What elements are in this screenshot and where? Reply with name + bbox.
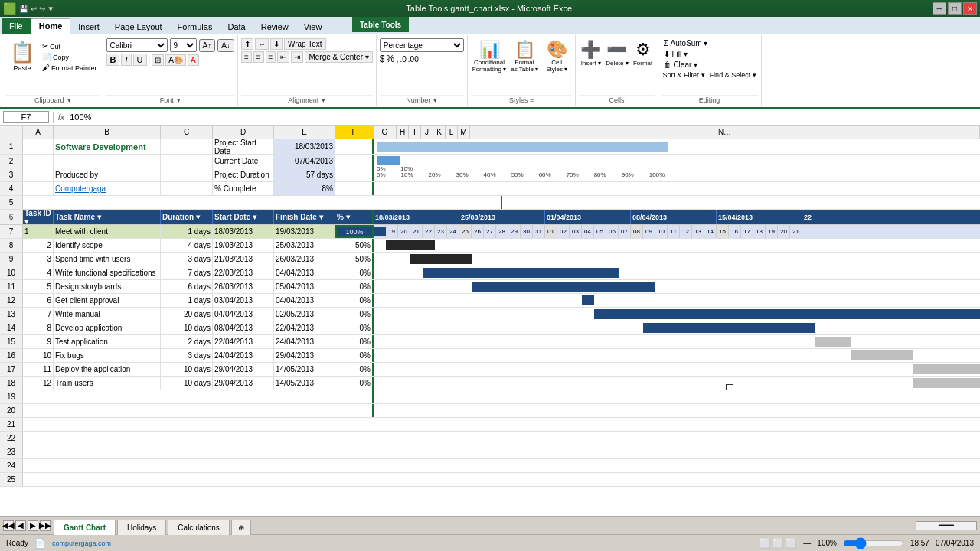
minimize-button[interactable]: ─: [933, 2, 946, 15]
sheet-tab-gantt[interactable]: Gantt Chart: [54, 520, 116, 535]
cell-D2[interactable]: Current Date: [213, 155, 274, 168]
col-header-N[interactable]: N…: [470, 126, 980, 139]
sheet-tab-calculations[interactable]: Calculations: [168, 520, 229, 535]
cell-C7[interactable]: 1 days: [161, 225, 213, 238]
align-right-button[interactable]: ≡: [266, 51, 276, 63]
sheet-nav-prev[interactable]: ◀: [15, 520, 26, 531]
header-start-date[interactable]: Start Date ▾: [213, 210, 274, 224]
col-header-J[interactable]: J: [421, 126, 433, 139]
col-header-L[interactable]: L: [446, 126, 458, 139]
decrease-indent-button[interactable]: ⇤: [277, 51, 289, 63]
cell-D4[interactable]: % Complete: [213, 182, 274, 195]
col-header-M[interactable]: M: [458, 126, 470, 139]
cell-E3[interactable]: 57 days: [274, 168, 335, 181]
insert-button[interactable]: ➕ Insert ▾: [579, 38, 603, 68]
row-num-5[interactable]: 5: [0, 196, 23, 209]
cell-D1[interactable]: Project Start Date: [213, 139, 274, 154]
increase-font-button[interactable]: A↑: [199, 39, 216, 52]
header-task-id[interactable]: Task ID ▾: [23, 210, 54, 224]
format-as-table-button[interactable]: 📋 Formatas Table ▾: [509, 38, 540, 75]
view-layout-icon[interactable]: ⬜: [773, 538, 784, 549]
row-num-4[interactable]: 4: [0, 182, 23, 195]
font-color-button[interactable]: A: [188, 54, 199, 66]
tab-data[interactable]: Data: [220, 20, 253, 34]
restore-button[interactable]: □: [948, 2, 962, 15]
sort-filter-button[interactable]: Sort & Filter ▾: [662, 70, 707, 80]
col-header-E[interactable]: E: [274, 126, 335, 139]
tab-formulas[interactable]: Formulas: [170, 20, 220, 34]
row-num-1[interactable]: 1: [0, 139, 23, 154]
paste-button[interactable]: 📋 Paste: [6, 38, 38, 74]
tab-home[interactable]: Home: [31, 18, 71, 34]
col-header-A[interactable]: A: [23, 126, 54, 139]
sheet-tab-holidays[interactable]: Holidays: [117, 520, 166, 535]
tab-page-layout[interactable]: Page Layout: [107, 20, 170, 34]
decrease-decimal-button[interactable]: .0: [400, 55, 406, 64]
tab-view[interactable]: View: [296, 20, 330, 34]
formula-input[interactable]: [67, 112, 977, 122]
cell-A1[interactable]: [23, 139, 54, 154]
conditional-formatting-button[interactable]: 📊 ConditionalFormatting ▾: [471, 38, 508, 75]
tab-review[interactable]: Review: [253, 20, 296, 34]
underline-button[interactable]: U: [133, 54, 147, 66]
col-header-D[interactable]: D: [213, 126, 274, 139]
cell-E7[interactable]: 19/03/2013: [274, 225, 335, 238]
accounting-button[interactable]: $: [380, 54, 385, 64]
col-header-K[interactable]: K: [433, 126, 446, 139]
header-finish-date[interactable]: Finish Date ▾: [274, 210, 335, 224]
clear-button[interactable]: 🗑 Clear ▾: [662, 60, 758, 70]
align-middle-button[interactable]: ↔: [255, 38, 269, 50]
increase-decimal-button[interactable]: .00: [408, 55, 419, 64]
autosum-button[interactable]: Σ AutoSum ▾: [662, 38, 758, 48]
align-left-button[interactable]: ≡: [241, 51, 252, 63]
fill-color-button[interactable]: A🎨: [165, 54, 186, 66]
bold-button[interactable]: B: [106, 54, 120, 66]
col-header-G[interactable]: G: [374, 126, 397, 139]
decrease-font-button[interactable]: A↓: [217, 39, 234, 52]
format-painter-button[interactable]: 🖌 Format Painter: [40, 63, 100, 73]
header-task-name[interactable]: Task Name ▾: [54, 210, 161, 224]
font-name-select[interactable]: Calibri: [106, 38, 168, 52]
delete-button[interactable]: ➖ Delete ▾: [604, 38, 629, 68]
close-button[interactable]: ✕: [963, 2, 977, 15]
cell-B3[interactable]: Produced by: [54, 168, 161, 181]
copy-button[interactable]: 📄 Copy: [40, 52, 100, 62]
col-header-C[interactable]: C: [161, 126, 213, 139]
col-header-I[interactable]: I: [409, 126, 421, 139]
tab-file[interactable]: File: [2, 18, 31, 34]
sheet-nav-first[interactable]: ◀◀: [3, 520, 14, 531]
cell-F7[interactable]: 100%: [335, 225, 374, 238]
align-bottom-button[interactable]: ⬇: [270, 38, 283, 50]
align-center-button[interactable]: ≡: [253, 51, 264, 63]
cell-F1[interactable]: [335, 139, 374, 154]
cell-E1[interactable]: 18/03/2013: [274, 139, 335, 154]
sheet-nav-next[interactable]: ▶: [28, 520, 38, 531]
view-normal-icon[interactable]: ⬜: [760, 538, 771, 549]
zoom-slider[interactable]: [843, 537, 904, 549]
col-header-F[interactable]: F: [335, 126, 374, 139]
number-format-select[interactable]: Percentage: [380, 38, 464, 52]
cell-B1[interactable]: Software Development: [54, 139, 161, 154]
row-num-6[interactable]: 6: [0, 210, 23, 224]
cell-E2[interactable]: 07/04/2013: [274, 155, 335, 168]
sheet-nav-last[interactable]: ▶▶: [40, 520, 51, 531]
wrap-text-button[interactable]: Wrap Text: [284, 38, 326, 50]
increase-indent-button[interactable]: ⇥: [291, 51, 303, 63]
percent-button[interactable]: %: [386, 54, 394, 64]
find-select-button[interactable]: Find & Select ▾: [708, 70, 758, 80]
view-pagebreak-icon[interactable]: ⬜: [786, 538, 797, 549]
cell-E4[interactable]: 8%: [274, 182, 335, 195]
horizontal-scroll[interactable]: ━━━━: [916, 521, 977, 530]
cell-styles-button[interactable]: 🎨 CellStyles ▾: [541, 38, 572, 75]
cell-B7[interactable]: Meet with client: [54, 225, 161, 238]
name-box[interactable]: F7: [3, 111, 49, 123]
col-header-H[interactable]: H: [397, 126, 409, 139]
cell-B4[interactable]: Computergaga: [54, 182, 161, 195]
italic-button[interactable]: I: [121, 54, 131, 66]
row-num-2[interactable]: 2: [0, 155, 23, 168]
tab-insert[interactable]: Insert: [70, 20, 107, 34]
header-pct[interactable]: % ▾: [335, 210, 374, 224]
font-size-select[interactable]: 9: [170, 38, 197, 52]
col-header-B[interactable]: B: [54, 126, 161, 139]
cell-A7[interactable]: 1: [23, 225, 54, 238]
